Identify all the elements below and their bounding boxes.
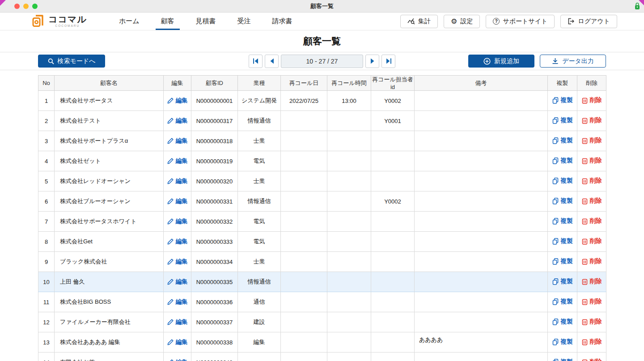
table-row[interactable]: 10上田 倫久編集N0000000335情報通信複製削除 xyxy=(38,272,606,292)
table-row[interactable]: 9ブラック株式会社編集N0000000334士業複製削除 xyxy=(38,252,606,272)
data-export-button[interactable]: データ出力 xyxy=(540,55,606,68)
duplicate-button[interactable]: 複製 xyxy=(552,217,573,225)
delete-button[interactable]: 削除 xyxy=(582,257,602,265)
edit-button[interactable]: 編集 xyxy=(167,278,188,286)
delete-button[interactable]: 削除 xyxy=(582,217,602,225)
table-row[interactable]: 8株式会社Get編集N0000000333電気複製削除 xyxy=(38,232,606,252)
edit-button[interactable]: 編集 xyxy=(167,117,188,125)
first-page-button[interactable] xyxy=(249,55,263,68)
copy-icon xyxy=(552,198,559,204)
delete-button[interactable]: 削除 xyxy=(582,297,602,306)
customer-name: 有限会社お茶 xyxy=(55,353,164,361)
duplicate-button[interactable]: 複製 xyxy=(552,318,573,326)
prev-page-button[interactable] xyxy=(265,55,279,68)
note xyxy=(415,151,548,171)
search-mode-button[interactable]: 検索モードへ xyxy=(38,55,105,68)
minimize-window-button[interactable] xyxy=(23,4,29,9)
delete-cell: 削除 xyxy=(577,111,606,131)
edit-button[interactable]: 編集 xyxy=(167,338,188,346)
duplicate-button[interactable]: 複製 xyxy=(552,116,573,124)
delete-cell: 削除 xyxy=(577,191,606,212)
delete-button[interactable]: 削除 xyxy=(582,277,602,285)
recall-time xyxy=(327,292,371,312)
edit-button[interactable]: 編集 xyxy=(167,197,188,205)
table-row[interactable]: 6株式会社ブルーオーシャン編集N0000000331情報通信Y0002複製削除 xyxy=(38,191,606,212)
copy-icon xyxy=(552,157,559,164)
customer-name: 株式会社サポータスホワイト xyxy=(55,212,164,232)
table-row[interactable]: 1株式会社サポータス編集N0000000001システム開発2022/07/251… xyxy=(38,91,606,111)
duplicate-button[interactable]: 複製 xyxy=(552,136,573,144)
page-title: 顧客一覧 xyxy=(303,35,341,47)
delete-button[interactable]: 削除 xyxy=(582,338,602,346)
duplicate-button[interactable]: 複製 xyxy=(552,358,573,361)
edit-button[interactable]: 編集 xyxy=(167,358,188,361)
edit-button[interactable]: 編集 xyxy=(167,318,188,326)
table-row[interactable]: 13株式会社ああああ 編集編集N0000000338編集ああああ複製削除 xyxy=(38,332,606,353)
brand-logo[interactable]: ココマル COCOMARU xyxy=(32,13,87,30)
support-site-button[interactable]: ? サポートサイト xyxy=(486,15,555,28)
edit-cell: 編集 xyxy=(164,232,191,252)
table-row[interactable]: 4株式会社ゼット編集N0000000319電気複製削除 xyxy=(38,151,606,171)
maximize-window-button[interactable] xyxy=(32,4,38,9)
delete-button[interactable]: 削除 xyxy=(582,358,602,361)
delete-button[interactable]: 削除 xyxy=(582,177,602,185)
table-row[interactable]: 5株式会社レッドオーシャン編集N0000000320士業複製削除 xyxy=(38,171,606,191)
copy-cell: 複製 xyxy=(548,312,577,332)
edit-button[interactable]: 編集 xyxy=(167,217,188,225)
aggregate-button[interactable]: 集計 xyxy=(400,15,438,28)
delete-button[interactable]: 削除 xyxy=(582,197,602,205)
last-page-button[interactable] xyxy=(381,55,395,68)
recall-person-id xyxy=(371,171,415,191)
table-row[interactable]: 12ファイルメーカー有限会社編集N0000000337建設複製削除 xyxy=(38,312,606,332)
duplicate-button[interactable]: 複製 xyxy=(552,177,573,185)
duplicate-button[interactable]: 複製 xyxy=(552,237,573,245)
copy-cell: 複製 xyxy=(548,111,577,131)
edit-button[interactable]: 編集 xyxy=(167,238,188,246)
tab-customers[interactable]: 顧客 xyxy=(150,13,185,30)
logout-button[interactable]: ログアウト xyxy=(560,15,617,28)
table-row[interactable]: 14有限会社お茶編集N0000000343複製削除 xyxy=(38,353,606,361)
delete-button[interactable]: 削除 xyxy=(582,318,602,326)
pencil-icon xyxy=(167,158,174,164)
table-row[interactable]: 3株式会社サポートプラスα編集N0000000318士業複製削除 xyxy=(38,131,606,151)
duplicate-button[interactable]: 複製 xyxy=(552,338,573,346)
edit-button[interactable]: 編集 xyxy=(167,258,188,266)
duplicate-button[interactable]: 複製 xyxy=(552,197,573,205)
next-page-button[interactable] xyxy=(365,55,379,68)
duplicate-button[interactable]: 複製 xyxy=(552,257,573,265)
recall-date xyxy=(281,171,327,191)
edit-button[interactable]: 編集 xyxy=(167,137,188,145)
duplicate-button[interactable]: 複製 xyxy=(552,157,573,165)
delete-button[interactable]: 削除 xyxy=(582,96,602,104)
duplicate-button[interactable]: 複製 xyxy=(552,96,573,104)
table-row[interactable]: 7株式会社サポータスホワイト編集N0000000332電気複製削除 xyxy=(38,212,606,232)
edit-button[interactable]: 編集 xyxy=(167,157,188,165)
tab-quotes[interactable]: 見積書 xyxy=(185,13,227,30)
table-row[interactable]: 2株式会社テスト編集N0000000317情報通信Y0001複製削除 xyxy=(38,111,606,131)
delete-cell: 削除 xyxy=(577,292,606,312)
tab-orders[interactable]: 受注 xyxy=(227,13,262,30)
settings-button[interactable]: ⚙ 設定 xyxy=(444,15,480,28)
customer-name: 株式会社BIG BOSS xyxy=(55,292,164,312)
duplicate-button[interactable]: 複製 xyxy=(552,277,573,285)
edit-button[interactable]: 編集 xyxy=(167,97,188,105)
duplicate-button[interactable]: 複製 xyxy=(552,297,573,306)
recall-date xyxy=(281,332,327,353)
delete-button[interactable]: 削除 xyxy=(582,157,602,165)
edit-button[interactable]: 編集 xyxy=(167,177,188,185)
recall-time xyxy=(327,212,371,232)
copy-icon xyxy=(552,137,559,144)
tab-invoices[interactable]: 請求書 xyxy=(262,13,303,30)
add-new-button[interactable]: 新規追加 xyxy=(468,55,534,68)
customer-name: 株式会社Get xyxy=(55,232,164,252)
tab-home[interactable]: ホーム xyxy=(108,13,150,30)
delete-button[interactable]: 削除 xyxy=(582,116,602,124)
delete-button[interactable]: 削除 xyxy=(582,136,602,144)
edit-cell: 編集 xyxy=(164,292,191,312)
close-window-button[interactable] xyxy=(14,4,20,9)
table-row[interactable]: 11株式会社BIG BOSS編集N0000000336通信複製削除 xyxy=(38,292,606,312)
edit-cell: 編集 xyxy=(164,191,191,212)
industry xyxy=(238,353,281,361)
delete-button[interactable]: 削除 xyxy=(582,237,602,245)
edit-button[interactable]: 編集 xyxy=(167,298,188,306)
